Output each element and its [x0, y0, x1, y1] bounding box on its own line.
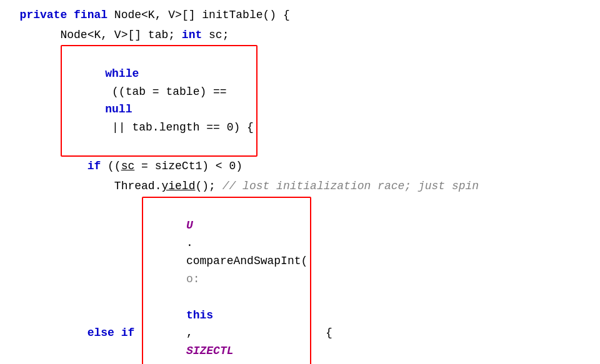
dot-compare: .: [186, 237, 193, 249]
while-cond: ((tab = table) ==: [105, 86, 233, 98]
keyword-int-1: int: [182, 26, 202, 44]
space-o: [186, 291, 193, 303]
code-line-5: Thread.yield(); // lost initialization r…: [0, 177, 600, 197]
thread-yield: Thread.yield();: [114, 177, 216, 195]
indent-2: [6, 26, 60, 44]
space: [67, 6, 74, 24]
space-else: [114, 324, 121, 342]
keyword-null: null: [105, 103, 132, 116]
indent-5: [6, 177, 114, 195]
space: Node<K, V>[] initTable() {: [108, 6, 290, 24]
keyword-if-2: if: [121, 324, 135, 342]
compare-method: compareAndSwapInt(: [186, 255, 308, 267]
code-line-3: while ((tab = table) == null || tab.leng…: [0, 45, 600, 157]
elseif-box: U . compareAndSwapInt( o: this , SIZECTL…: [142, 197, 311, 364]
code-line-2: Node<K, V>[] tab; int sc;: [0, 25, 600, 45]
sc-decl: sc;: [202, 26, 229, 44]
space-if: [134, 324, 141, 342]
keyword-private: private: [20, 6, 68, 24]
indent-6: [6, 324, 88, 342]
while-or: || tab.length == 0) {: [105, 121, 254, 134]
close-brace-elseif: {: [312, 324, 332, 342]
keyword-else: else: [88, 324, 114, 342]
indent-1: [6, 6, 20, 24]
indent-4: [6, 157, 88, 175]
keyword-this: this: [186, 309, 213, 322]
keyword-while: while: [105, 67, 139, 80]
keyword-if-1: if: [88, 157, 101, 175]
code-line-6: else if U . compareAndSwapInt( o: this ,…: [0, 197, 600, 364]
comma1: ,: [186, 327, 200, 339]
code-container: private final Node<K, V>[] initTable() {…: [0, 0, 600, 364]
sizectl-param: SIZECTL: [186, 345, 234, 357]
code-line-4: if ((sc = sizeCt1) < 0): [0, 157, 600, 177]
param-o: o:: [186, 273, 200, 285]
code-line-1: private final Node<K, V>[] initTable() {: [0, 5, 600, 25]
while-box: while ((tab = table) == null || tab.leng…: [61, 45, 257, 157]
comment-1: // lost initialization race; just spin: [216, 177, 479, 195]
u-compareandswap: U: [186, 219, 193, 232]
if-cond: ((sc = sizeCt1) < 0): [101, 157, 242, 175]
keyword-final: final: [74, 6, 108, 24]
indent-3: [6, 92, 60, 110]
node-decl: Node<K, V>[] tab;: [60, 26, 181, 44]
